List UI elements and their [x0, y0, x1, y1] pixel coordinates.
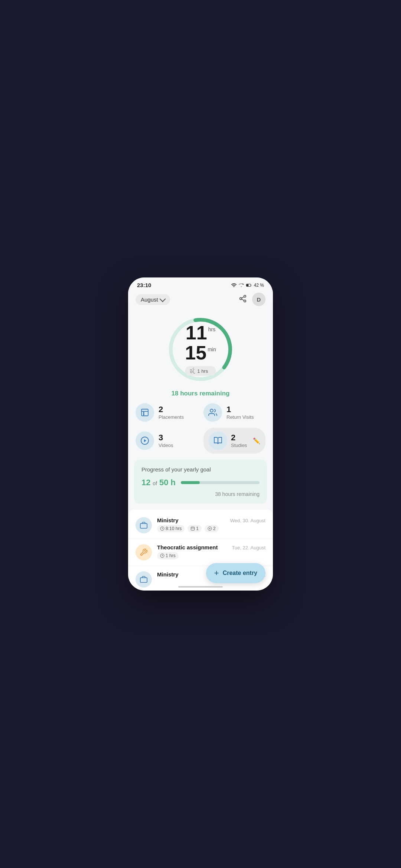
studies-number: 2 [231, 434, 247, 442]
studies-info: 2 Studies [231, 434, 247, 448]
progress-numbers: 12 of 50 h [141, 478, 176, 487]
entry-content-2: Theocratic assignment 1 hrs [157, 544, 226, 559]
yearly-goal-title: Progress of your yearly goal [141, 466, 260, 473]
status-bar: 23:10 42 % [128, 277, 273, 290]
doc-icon [190, 526, 195, 531]
entry-right-2: Tue, 22. August [232, 544, 265, 550]
stat-videos: 3 Videos [136, 428, 198, 454]
placements-info: 2 Placements [159, 405, 184, 420]
placements-icon [140, 408, 149, 417]
svg-line-6 [242, 297, 244, 298]
header-actions: D [239, 293, 265, 306]
svg-rect-1 [247, 284, 248, 286]
studies-label: Studies [231, 443, 247, 448]
videos-icon-circle [136, 431, 154, 450]
edit-icon[interactable]: ✏️ [253, 437, 260, 444]
progress-bar-fill [181, 481, 200, 484]
progress-total: 50 h [159, 478, 176, 487]
entry-content-1: Ministry 8:10 hrs 1 [157, 517, 225, 532]
clock-icon-2 [160, 553, 164, 558]
hours-unit: hrs [208, 326, 215, 333]
svg-marker-23 [209, 528, 211, 529]
share-button[interactable] [239, 295, 247, 304]
minutes-value: 15 [185, 343, 206, 362]
wrench-icon [140, 548, 148, 556]
clock-icon [160, 526, 164, 531]
home-indicator [178, 586, 223, 588]
entry-icon-ministry-1 [136, 517, 152, 533]
month-label: August [141, 296, 158, 303]
svg-rect-18 [140, 523, 147, 528]
svg-marker-17 [144, 439, 146, 442]
stat-placements: 2 Placements [136, 403, 198, 422]
placements-icon-circle [136, 403, 154, 422]
battery-icon [246, 282, 252, 288]
progress-current: 12 [141, 478, 150, 487]
fab-plus-icon: + [214, 568, 219, 578]
entry-date-2: Tue, 22. August [232, 545, 265, 550]
return-visits-icon-circle [203, 403, 222, 422]
videos-label: Videos [159, 443, 173, 448]
stat-studies[interactable]: 2 Studies ✏️ [203, 428, 265, 454]
svg-rect-20 [191, 527, 195, 530]
yearly-goal-card: Progress of your yearly goal 12 of 50 h … [134, 460, 267, 504]
progress-bar-container [181, 481, 260, 484]
stats-grid: 2 Placements 1 Return Visits [128, 403, 273, 460]
status-icons: 42 % [231, 282, 264, 288]
ldc-badge: 1 hrs [185, 366, 216, 376]
stat-return-visits: 1 Return Visits [203, 403, 265, 422]
return-visits-number: 1 [226, 405, 254, 414]
ministry-icon [140, 521, 148, 529]
placements-number: 2 [159, 405, 184, 414]
entry-date-1: Wed, 30. August [230, 518, 265, 523]
entry-time-badge-1: 8:10 hrs [157, 525, 185, 532]
avatar[interactable]: D [252, 293, 265, 306]
signal-icon [238, 282, 244, 288]
entry-icon-theocratic [136, 544, 152, 560]
yearly-remaining: 38 hours remaining [141, 491, 260, 497]
return-visits-icon [208, 408, 217, 417]
progress-circle: 11 hrs 15 min [165, 314, 236, 385]
entry-title-1: Ministry [157, 517, 225, 523]
chevron-down-icon [159, 296, 166, 302]
status-time: 23:10 [137, 282, 151, 288]
fab-label: Create entry [223, 570, 257, 576]
ldc-icon [189, 368, 196, 375]
minutes-unit: min [208, 346, 216, 354]
entry-time-badge-2: 1 hrs [157, 552, 179, 559]
videos-info: 3 Videos [159, 434, 173, 448]
entry-meta-2: 1 hrs [157, 552, 226, 559]
entry-videos-badge-1: 2 [205, 525, 219, 532]
header: August D [128, 290, 273, 310]
svg-line-5 [242, 299, 244, 300]
yearly-goal-progress: 12 of 50 h [141, 478, 260, 487]
videos-number: 3 [159, 434, 173, 442]
progress-of: of [151, 480, 158, 486]
ldc-hours: 1 hrs [197, 368, 208, 374]
entry-right-1: Wed, 30. August [230, 517, 265, 523]
entry-meta-1: 8:10 hrs 1 2 [157, 525, 225, 532]
month-selector[interactable]: August [136, 294, 170, 305]
remaining-text: 18 hours remaining [172, 390, 230, 397]
placements-label: Placements [159, 414, 184, 420]
entry-item[interactable]: Ministry 8:10 hrs 1 [128, 512, 273, 539]
entry-item-2[interactable]: Theocratic assignment 1 hrs Tue, 22. Aug… [128, 539, 273, 566]
svg-point-15 [210, 409, 213, 412]
circle-center: 11 hrs 15 min [185, 323, 216, 376]
create-entry-button[interactable]: + Create entry [206, 563, 265, 583]
share-icon [239, 295, 247, 303]
play-icon [208, 526, 212, 531]
battery-text: 42 % [254, 283, 264, 288]
entry-title-2: Theocratic assignment [157, 544, 226, 550]
svg-rect-10 [141, 409, 148, 416]
circle-section: 11 hrs 15 min [128, 310, 273, 403]
return-visits-info: 1 Return Visits [226, 405, 254, 420]
entry-placements-badge-1: 1 [188, 525, 202, 532]
hours-value: 11 [186, 323, 207, 342]
studies-icon-circle [209, 431, 227, 450]
fab-container: + Create entry [128, 563, 273, 583]
wifi-icon [231, 282, 237, 288]
studies-icon [213, 436, 222, 445]
svg-point-9 [190, 371, 192, 373]
return-visits-label: Return Visits [226, 414, 254, 420]
